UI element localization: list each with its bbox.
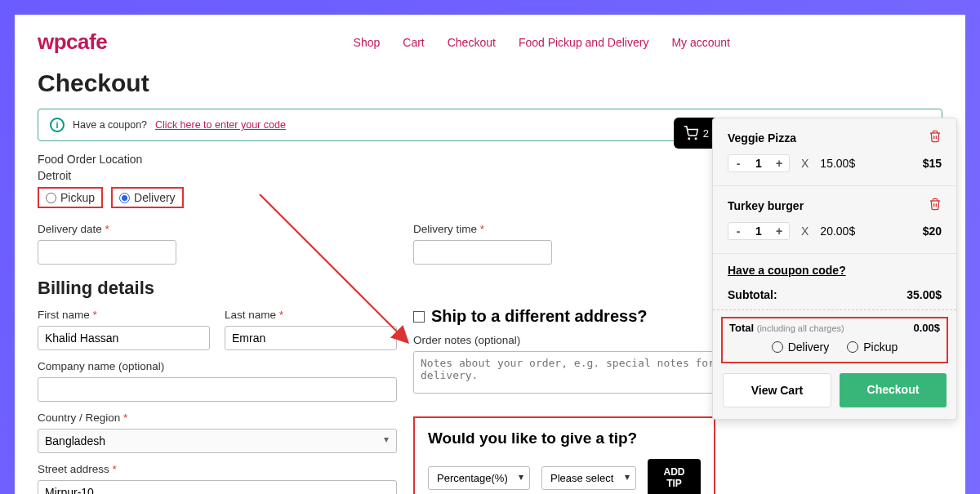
nav-cart[interactable]: Cart	[403, 36, 424, 49]
ship-different-heading: Ship to a different address?	[431, 307, 647, 326]
street-input[interactable]	[38, 480, 397, 494]
tip-title: Would you like to give a tip?	[428, 429, 701, 447]
delivery-date-input[interactable]	[38, 240, 176, 265]
svg-point-3	[695, 138, 697, 140]
cart-item-name: Turkey burger	[728, 199, 804, 212]
page-title: Checkout	[38, 69, 942, 97]
billing-title: Billing details	[38, 278, 397, 299]
delivery-date-label: Delivery date *	[38, 223, 397, 235]
nav-account[interactable]: My account	[671, 36, 730, 49]
radio-pickup-label: Pickup	[60, 191, 95, 204]
cart-item: Turkey burger - 1 + X 20.00$ $20	[713, 186, 956, 254]
order-notes-textarea[interactable]	[413, 351, 724, 394]
total-amount: 0.00$	[913, 322, 940, 334]
order-notes-label: Order notes (optional)	[413, 334, 724, 346]
cart-badge-count: 2	[703, 127, 709, 140]
nav-checkout[interactable]: Checkout	[448, 36, 496, 49]
total-label: Total	[729, 322, 754, 334]
qty-minus[interactable]: -	[728, 157, 748, 170]
cart-icon	[684, 126, 698, 140]
trash-icon[interactable]	[929, 130, 942, 146]
qty-minus[interactable]: -	[728, 225, 748, 238]
info-icon: i	[50, 118, 65, 132]
nav-pickup-delivery[interactable]: Food Pickup and Delivery	[519, 36, 649, 49]
delivery-time-label: Delivery time *	[413, 223, 724, 235]
company-label: Company name (optional)	[38, 360, 397, 372]
qty-value: 1	[748, 225, 769, 238]
radio-icon	[46, 193, 56, 203]
country-select[interactable]	[38, 429, 397, 453]
last-name-label: Last name *	[225, 309, 397, 321]
cart-item-name: Veggie Pizza	[728, 131, 796, 145]
line-total: $20	[923, 225, 942, 238]
street-label: Street address *	[38, 463, 397, 475]
coupon-toggle-link[interactable]: Click here to enter your code	[155, 119, 286, 131]
coupon-code-link[interactable]: Have a coupon code?	[713, 254, 956, 283]
qty-plus[interactable]: +	[769, 225, 789, 238]
tip-mode-select[interactable]: Percentage(%)	[428, 466, 530, 490]
radio-icon	[772, 341, 783, 353]
svg-point-2	[688, 138, 690, 140]
total-block: Total (including all charges) 0.00$ Deli…	[721, 317, 948, 363]
nav-shop[interactable]: Shop	[354, 36, 381, 49]
times-icon: X	[801, 157, 808, 170]
country-label: Country / Region *	[38, 412, 397, 424]
first-name-input[interactable]	[38, 326, 210, 350]
radio-icon	[119, 193, 130, 203]
minicart-panel: Veggie Pizza - 1 + X 15.00$ $15 Turkey b…	[712, 118, 957, 420]
subtotal-label: Subtotal:	[728, 288, 777, 301]
total-sublabel: (including all charges)	[757, 323, 844, 333]
radio-delivery[interactable]: Delivery	[111, 187, 184, 208]
ship-different-checkbox[interactable]	[413, 311, 425, 323]
qty-value: 1	[748, 157, 769, 170]
radio-delivery-label: Delivery	[134, 191, 176, 204]
trash-icon[interactable]	[929, 198, 942, 214]
times-icon: X	[801, 225, 808, 238]
subtotal-value: 35.00$	[906, 288, 942, 301]
first-name-label: First name *	[38, 309, 210, 321]
last-name-input[interactable]	[225, 326, 397, 350]
radio-pickup[interactable]: Pickup	[38, 187, 103, 208]
tip-section: Would you like to give a tip? Percentage…	[413, 416, 715, 494]
tip-value-select[interactable]: Please select	[541, 466, 636, 490]
company-input[interactable]	[38, 377, 397, 402]
qty-plus[interactable]: +	[769, 157, 789, 170]
coupon-prompt-text: Have a coupon?	[73, 119, 147, 131]
add-tip-button[interactable]: ADD TIP	[648, 459, 701, 494]
line-total: $15	[923, 157, 942, 170]
cart-item: Veggie Pizza - 1 + X 15.00$ $15	[713, 118, 956, 186]
total-radio-delivery[interactable]: Delivery	[772, 340, 830, 354]
radio-icon	[847, 341, 858, 353]
view-cart-button[interactable]: View Cart	[723, 373, 831, 407]
delivery-time-input[interactable]	[413, 240, 552, 265]
checkout-button[interactable]: Checkout	[840, 373, 947, 407]
brand-logo: wpcafe	[38, 29, 107, 55]
top-nav: wpcafe Shop Cart Checkout Food Pickup an…	[38, 29, 942, 55]
total-radio-pickup[interactable]: Pickup	[847, 340, 898, 354]
unit-price: 15.00$	[820, 157, 855, 170]
unit-price: 20.00$	[820, 225, 855, 238]
